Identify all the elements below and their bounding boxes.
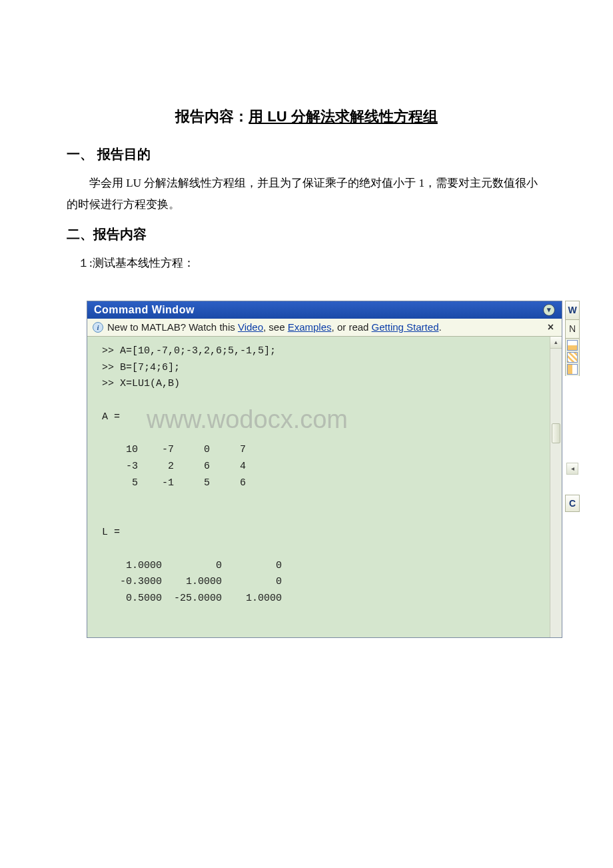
panel-menu-dropdown-icon[interactable]: ▾: [543, 304, 555, 316]
info-prefix: New to MATLAB? Watch this: [107, 321, 238, 333]
command-window-panel: Command Window ▾ i New to MATLAB? Watch …: [87, 301, 562, 638]
workspace-panel-tab[interactable]: W: [565, 301, 580, 320]
info-bar-text: i New to MATLAB? Watch this Video, see E…: [93, 321, 442, 333]
workspace-header-cell: N: [565, 320, 580, 339]
section-2-heading: 二、报告内容: [67, 225, 546, 243]
variable-icon[interactable]: [567, 352, 578, 363]
command-window-title: Command Window: [94, 304, 195, 316]
info-link-getting-started[interactable]: Getting Started: [372, 321, 439, 333]
horizontal-scroll-left-arrow-icon[interactable]: ◂: [566, 463, 578, 475]
right-docked-panel-strip: W N ◂ C: [565, 301, 580, 638]
close-info-bar-icon[interactable]: ×: [545, 321, 556, 333]
vertical-scrollbar[interactable]: ▴: [550, 337, 562, 637]
scroll-up-arrow-icon[interactable]: ▴: [550, 337, 562, 349]
command-window-body: >> A=[10,-7,0;-3,2,6;5,-1,5]; >> B=[7;4;…: [87, 337, 562, 637]
info-suffix: .: [438, 321, 441, 333]
matlab-info-bar: i New to MATLAB? Watch this Video, see E…: [87, 319, 562, 337]
section-1-body: 学会用 LU 分解法解线性方程组，并且为了保证乘子的绝对值小于 1，需要对主元数…: [67, 173, 546, 216]
variable-icon[interactable]: [567, 340, 578, 351]
info-mid1: , see: [263, 321, 288, 333]
command-window-titlebar: Command Window ▾: [87, 301, 562, 319]
command-window-output[interactable]: >> A=[10,-7,0;-3,2,6;5,-1,5]; >> B=[7;4;…: [87, 337, 550, 637]
report-title: 报告内容：用 LU 分解法求解线性方程组: [67, 107, 546, 127]
workspace-variable-icons: [565, 339, 580, 376]
matlab-screenshot: Command Window ▾ i New to MATLAB? Watch …: [87, 301, 580, 638]
scroll-thumb[interactable]: [552, 423, 560, 443]
info-icon: i: [93, 322, 103, 333]
section-2-item-1: １:测试基本线性方程：: [67, 253, 546, 274]
command-history-panel-tab[interactable]: C: [565, 495, 580, 512]
variable-icon[interactable]: [567, 364, 578, 375]
info-mid2: , or read: [332, 321, 372, 333]
section-1-heading: 一、 报告目的: [67, 145, 546, 163]
info-link-video[interactable]: Video: [238, 321, 263, 333]
title-main: 用 LU 分解法求解线性方程组: [249, 108, 438, 125]
title-prefix: 报告内容：: [175, 108, 249, 125]
info-link-examples[interactable]: Examples: [288, 321, 332, 333]
